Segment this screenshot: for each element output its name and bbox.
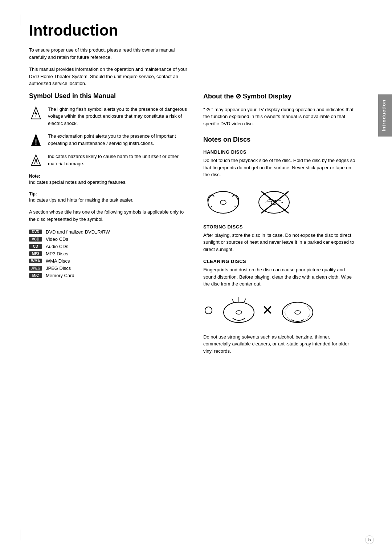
badge-mc: M/C [29,273,42,278]
notes-on-discs-section: Notes on Discs HANDLING DISCS Do not tou… [203,136,356,355]
margin-line-top [20,15,20,25]
handling-discs-title: HANDLING DISCS [203,149,356,155]
side-tab: Introduction [378,0,392,555]
format-item-mc: M/C Memory Card [29,273,189,278]
handling-discs-text: Do not touch the playback side of the di… [203,157,356,178]
page-number: 5 [365,535,374,544]
cleaning-bad-disc [278,293,318,326]
storing-discs-title: STORING DISCS [203,224,356,230]
badge-cd: CD [29,244,42,249]
disc-good-illustration [203,184,243,217]
cleaning-incorrect-symbol: × [262,300,273,320]
note-text: Indicates special notes and operating fe… [29,179,127,185]
format-item-vcd: VCD Video CDs [29,236,189,242]
do-not-solvents-text: Do not use strong solvents such as alcoh… [203,333,356,355]
symbol-item-lightning: The lightning flash symbol alerts you to… [29,106,189,127]
label-cd: Audio CDs [46,244,68,249]
label-vcd: Video CDs [46,236,68,242]
tip-label: Tip: [29,191,37,197]
label-mp3: MP3 Discs [46,251,68,256]
about-symbol-title: About the ⊘ Symbol Display [203,92,356,100]
svg-marker-1 [34,110,37,117]
lightning-icon [29,106,43,120]
symbol-item-exclamation: ! The exclamation point alerts you to th… [29,133,189,147]
svg-text:/\: /\ [34,158,38,165]
badge-wma: WMA [29,259,42,263]
note-section: Note: Indicates special notes and operat… [29,173,189,186]
symbol-item-hazard: /\ Indicates hazards likely to cause har… [29,153,189,167]
label-dvd: DVD and finalized DVD±R/RW [46,229,110,235]
side-tab-label: Introduction [378,94,392,137]
symbol-text-lightning: The lightning flash symbol alerts you to… [48,106,189,127]
format-item-wma: WMA WMA Discs [29,258,189,264]
format-item-cd: CD Audio CDs [29,244,189,249]
symbol-text-hazard: Indicates hazards likely to cause harm t… [48,153,189,167]
margin-line-bottom [20,530,20,540]
symbol-section-title: Symbol Used in this Manual [29,92,189,100]
svg-point-17 [282,302,313,323]
disc-bad-illustration [254,184,294,217]
page-title: Introduction [29,22,356,39]
disc-images-row-handling [203,184,356,217]
svg-point-7 [220,200,226,204]
tip-section: Tip: Indicates tips and hints for making… [29,191,189,204]
label-mc: Memory Card [46,273,74,278]
notes-on-discs-title: Notes on Discs [203,136,356,143]
cleaning-correct-symbol: ○ [203,300,214,320]
tip-text: Indicates tips and hints for making the … [29,197,134,203]
svg-point-12 [224,302,254,323]
right-column: About the ⊘ Symbol Display " ⊘ " may app… [203,92,356,355]
exclamation-icon: ! [29,133,43,147]
section-note: A section whose title has one of the fol… [29,208,189,223]
cleaning-images-row: ○ × [203,293,356,326]
storing-discs-text: After playing, store the disc in its cas… [203,232,356,253]
format-item-dvd: DVD DVD and finalized DVD±R/RW [29,229,189,235]
svg-text:!: ! [35,138,37,146]
two-column-layout: Symbol Used in this Manual The lightning… [29,92,356,355]
intro-para-1: To ensure proper use of this product, pl… [29,46,189,61]
cleaning-good-disc [219,293,259,326]
main-content: Introduction To ensure proper use of thi… [0,0,378,555]
about-symbol-section: About the ⊘ Symbol Display " ⊘ " may app… [203,92,356,127]
format-item-jpeg: JPEG JPEG Discs [29,266,189,271]
label-jpeg: JPEG Discs [46,266,71,271]
format-item-mp3: MP3 MP3 Discs [29,251,189,256]
format-list: DVD DVD and finalized DVD±R/RW VCD Video… [29,229,189,278]
badge-vcd: VCD [29,237,42,242]
badge-mp3: MP3 [29,251,42,256]
badge-dvd: DVD [29,230,42,234]
svg-point-18 [295,311,301,314]
note-label: Note: [29,174,40,179]
symbol-text-exclamation: The exclamation point alerts you to the … [48,133,189,147]
svg-marker-0 [31,107,40,119]
left-column: Symbol Used in this Manual The lightning… [29,92,189,355]
cleaning-discs-title: CLEANING DISCS [203,259,356,264]
intro-para-2: This manual provides information on the … [29,66,189,87]
svg-point-13 [236,311,242,314]
triangle-icon: /\ [29,153,43,167]
label-wma: WMA Discs [46,258,70,264]
badge-jpeg: JPEG [29,266,42,271]
cleaning-discs-text: Fingerprints and dust on the disc can ca… [203,266,356,288]
about-symbol-text: " ⊘ " may appear on your TV display duri… [203,106,356,127]
